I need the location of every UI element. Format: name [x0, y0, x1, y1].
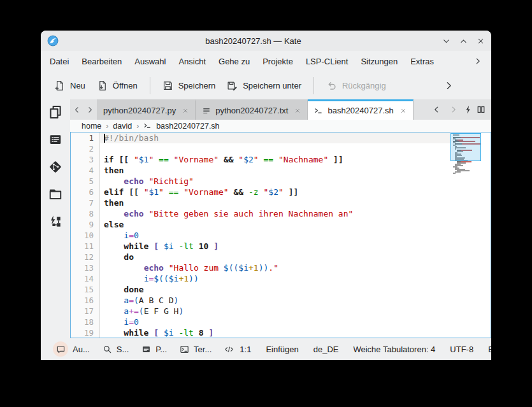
- code-text: else: [100, 219, 491, 230]
- menu-item-extras[interactable]: Extras: [404, 54, 440, 69]
- menubar-overflow-button[interactable]: [473, 57, 482, 66]
- neu-button[interactable]: Neu: [48, 76, 91, 95]
- code-token: [164, 263, 169, 273]
- code-line-6[interactable]: 6elif [[ "$1" == "Vorname" && -z "$2" ]]: [71, 187, 491, 197]
- code-line-14[interactable]: 14 i=$(($i+1)): [71, 273, 491, 284]
- statusbar-output-button[interactable]: Au...: [47, 339, 96, 359]
- statusbar-search-replace-button[interactable]: S...: [97, 342, 135, 357]
- code-line-9[interactable]: 9else: [71, 219, 491, 230]
- code-line-19[interactable]: 19 while [ $i -lt 8 ]: [71, 327, 491, 338]
- code-token: elif: [104, 187, 124, 197]
- tab-python20240727.txt[interactable]: python20240727.txt: [196, 99, 308, 120]
- code-line-15[interactable]: 15 done: [71, 284, 491, 295]
- menu-item-gehe-zu[interactable]: Gehe zu: [212, 54, 256, 69]
- code-token: $i: [164, 241, 174, 251]
- text-cursor: [104, 134, 105, 143]
- menu-item-auswahl[interactable]: Auswahl: [128, 54, 172, 69]
- history-forward-button[interactable]: [447, 105, 460, 114]
- sidebar-symbol-outline-button[interactable]: [46, 130, 65, 149]
- tab-close-button[interactable]: [400, 108, 406, 114]
- tab-scroll-right-button[interactable]: [83, 99, 97, 120]
- code-line-13[interactable]: 13 echo "Hallo zum $(($i+1)).": [71, 262, 491, 273]
- status-highlight-mode[interactable]: Bash: [488, 345, 491, 354]
- line-number: 7: [71, 197, 100, 208]
- menu-item-projekte[interactable]: Projekte: [256, 54, 299, 69]
- speichern-unter-button[interactable]: Speichern unter: [221, 76, 307, 95]
- code-token: [: [154, 241, 159, 251]
- code-token: [104, 285, 124, 294]
- tab-python20240727.py[interactable]: python20240727.py: [97, 99, 196, 120]
- speichern-button[interactable]: Speichern: [157, 76, 222, 95]
- sidebar-lsp-symbols-button[interactable]: [46, 212, 65, 231]
- menu-item-sitzungen[interactable]: Sitzungen: [354, 54, 404, 69]
- code-line-18[interactable]: 18 i=0: [71, 317, 491, 327]
- status-cursor-position[interactable]: 1:1: [240, 345, 251, 354]
- code-line-17[interactable]: 17 a+=(E F G H): [71, 306, 491, 317]
- code-token: ==: [159, 155, 169, 164]
- tab-close-button[interactable]: [182, 108, 189, 114]
- code-line-7[interactable]: 7then: [71, 197, 491, 208]
- code-line-4[interactable]: 4then: [71, 165, 491, 176]
- code-token: ": [254, 155, 259, 164]
- code-line-3[interactable]: 3if [[ "$1" == "Vorname" && "$2" == "Nac…: [71, 154, 491, 165]
- menubar-items: DateiBearbeitenAuswahlAnsichtGehe zuProj…: [43, 54, 440, 69]
- sidebar-git-button[interactable]: [46, 157, 65, 176]
- code-text: then: [100, 165, 491, 176]
- status-tab-mode[interactable]: Weiche Tabulatoren: 4: [353, 345, 435, 354]
- code-line-8[interactable]: 8 echo "Bitte geben sie auch ihren Nachn…: [71, 208, 491, 219]
- menu-item-datei[interactable]: Datei: [43, 54, 75, 69]
- quick-open-button[interactable]: [464, 105, 473, 114]
- minimap-scrollbar[interactable]: [450, 132, 491, 338]
- code-token: [104, 306, 124, 316]
- code-line-16[interactable]: 16 a=(A B C D): [71, 295, 491, 306]
- status-encoding[interactable]: UTF-8: [450, 345, 473, 354]
- history-back-button[interactable]: [429, 105, 443, 114]
- menu-item-lsp-client[interactable]: LSP-CLient: [299, 54, 354, 69]
- terminal-script-icon: [314, 106, 323, 115]
- statusbar-right: 1:1Einfügende_DEWeiche Tabulatoren: 4UTF…: [240, 345, 491, 354]
- öffnen-button[interactable]: Öffnen: [91, 76, 143, 95]
- minimize-button[interactable]: [442, 37, 450, 45]
- document-open-icon: [97, 80, 108, 91]
- code-token: [273, 155, 278, 164]
- line-number: 9: [71, 219, 100, 230]
- code-editor[interactable]: 1#!/bin/bash23if [[ "$1" == "Vorname" &&…: [70, 132, 491, 338]
- statusbar-terminal-button[interactable]: Ter...: [174, 342, 217, 357]
- split-view-button[interactable]: [477, 105, 485, 114]
- kate-window: bash20240727.sh — Kate DateiBearbeitenAu…: [41, 31, 491, 360]
- code-line-12[interactable]: 12 do: [71, 252, 491, 262]
- code-line-5[interactable]: 5 echo "Richtig": [71, 176, 491, 187]
- breadcrumb-segment[interactable]: home: [82, 122, 101, 131]
- maximize-button[interactable]: [459, 37, 468, 45]
- tab-bash20240727.sh[interactable]: bash20240727.sh: [308, 99, 413, 120]
- code-token: =: [129, 231, 134, 240]
- sidebar-documents-button[interactable]: [46, 103, 65, 122]
- titlebar[interactable]: bash20240727.sh — Kate: [41, 31, 491, 51]
- line-number: 10: [71, 230, 100, 241]
- toolbar-button-label: Speichern: [178, 81, 216, 90]
- code-token: [229, 187, 234, 197]
- menu-item-bearbeiten[interactable]: Bearbeiten: [75, 54, 128, 69]
- breadcrumb-segment[interactable]: david: [113, 122, 132, 131]
- status-dictionary[interactable]: de_DE: [313, 345, 339, 354]
- tab-scroll-left-button[interactable]: [70, 99, 83, 120]
- sidebar-filesystem-browser-button[interactable]: [46, 185, 65, 204]
- close-button[interactable]: [477, 37, 485, 45]
- rückgängig-button[interactable]: Rückgängig: [320, 76, 392, 95]
- statusbar-diagnostics-button[interactable]: [219, 342, 240, 357]
- minimap-viewport[interactable]: [450, 133, 481, 161]
- code-token: while: [124, 241, 148, 251]
- statusbar-projects-button[interactable]: P...: [136, 342, 173, 357]
- code-token: "Vorname": [174, 155, 219, 164]
- code-line-2[interactable]: 2: [71, 143, 491, 154]
- menu-item-ansicht[interactable]: Ansicht: [172, 54, 212, 69]
- tab-close-button[interactable]: [294, 108, 301, 114]
- code-token: +1: [248, 263, 259, 273]
- toolbar-overflow-button[interactable]: [443, 80, 454, 91]
- code-line-10[interactable]: 10 i=0: [71, 230, 491, 241]
- code-line-11[interactable]: 11 while [ $i -lt 10 ]: [71, 241, 491, 252]
- toolbar-button-label: Neu: [70, 81, 85, 90]
- code-line-1[interactable]: 1#!/bin/bash: [71, 132, 491, 143]
- code-token: ]]: [289, 187, 299, 197]
- status-input-mode[interactable]: Einfügen: [266, 345, 298, 354]
